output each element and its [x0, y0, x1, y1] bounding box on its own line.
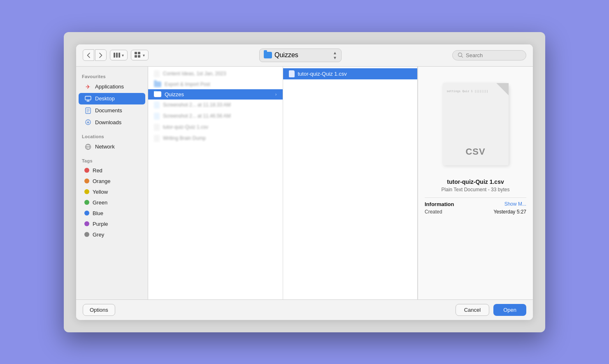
- documents-icon: [84, 107, 92, 114]
- yellow-label: Yellow: [93, 189, 108, 195]
- sidebar-item-orange[interactable]: Orange: [79, 176, 145, 186]
- location-pill[interactable]: Quizzes ▲ ▼: [259, 49, 342, 62]
- nav-buttons: [83, 49, 107, 61]
- svg-rect-2: [119, 53, 120, 58]
- preview-filename: tutor-quiz-Quiz 1.csv: [447, 179, 504, 185]
- back-button[interactable]: [83, 49, 94, 61]
- downloads-label: Downloads: [95, 119, 121, 125]
- grid-view-button[interactable]: ▾: [131, 50, 149, 60]
- open-button[interactable]: Open: [493, 304, 526, 316]
- sidebar-item-green[interactable]: Green: [79, 197, 145, 208]
- sidebar-item-network[interactable]: Network: [79, 141, 145, 153]
- search-bar[interactable]: [452, 50, 526, 60]
- orange-label: Orange: [93, 178, 110, 184]
- applications-label: Applications: [95, 83, 124, 90]
- svg-rect-0: [114, 53, 115, 58]
- corner-fold: [496, 83, 509, 95]
- folder-icon: [154, 81, 161, 87]
- file-name: Screenshot 2... at 11.46.56 AM: [163, 113, 231, 119]
- red-dot: [84, 168, 89, 173]
- preview-type: Plain Text Document - 33 bytes: [442, 187, 510, 192]
- file-icon: [154, 102, 160, 109]
- cancel-button[interactable]: Cancel: [456, 304, 489, 316]
- purple-label: Purple: [93, 221, 108, 227]
- desktop-icon: [84, 95, 92, 102]
- network-icon: [84, 143, 92, 151]
- sidebar-item-yellow[interactable]: Yellow: [79, 187, 145, 197]
- preview-icon-wrapper: settings Quiz 1 |||||||| CSV: [435, 75, 517, 174]
- file-name: Export & Import Post: [165, 81, 210, 87]
- column-view-button[interactable]: ▾: [110, 50, 128, 60]
- csv-file-icon: [289, 70, 295, 77]
- red-label: Red: [93, 167, 102, 174]
- csv-preview-icon: settings Quiz 1 |||||||| CSV: [443, 83, 509, 165]
- sidebar-item-downloads[interactable]: Downloads: [79, 117, 145, 128]
- created-value: Yesterday 5:27: [493, 209, 526, 215]
- sidebar-item-red[interactable]: Red: [79, 165, 145, 176]
- list-item[interactable]: Screenshot 2... at 11.46.56 AM: [148, 111, 283, 122]
- location-text: Quizzes: [274, 51, 298, 59]
- svg-rect-1: [116, 53, 118, 58]
- list-item-csv[interactable]: tutor-quiz-Quiz 1.csv: [283, 68, 418, 79]
- sidebar-item-applications[interactable]: ✈ Applications: [79, 81, 145, 93]
- documents-label: Documents: [95, 107, 122, 114]
- favourites-label: Favourites: [76, 72, 148, 81]
- list-item[interactable]: Content Ideas, 1st Jan, 2023: [148, 68, 283, 79]
- blue-label: Blue: [93, 210, 103, 216]
- created-label: Created: [425, 209, 442, 215]
- location-bar: Quizzes ▲ ▼: [152, 49, 449, 62]
- forward-button[interactable]: [95, 49, 107, 61]
- options-button[interactable]: Options: [83, 304, 115, 316]
- file-icon: [154, 124, 160, 131]
- downloads-icon: [84, 119, 92, 126]
- location-pill-inner: Quizzes: [264, 51, 298, 59]
- list-item[interactable]: tutor-quiz-Quiz 1.csv: [148, 122, 283, 133]
- grid-view-chevron: ▾: [143, 53, 145, 58]
- finder-window: ▾ ▾ Quizzes ▲: [76, 44, 533, 320]
- file-name: Screenshot 2... at 11.18.33 AM: [163, 102, 231, 108]
- file-name: tutor-quiz-Quiz 1.csv: [163, 124, 208, 130]
- list-item-quizzes[interactable]: Quizzes ›: [148, 89, 283, 100]
- file-icon: [154, 113, 160, 120]
- applications-icon: ✈: [84, 83, 92, 90]
- grey-dot: [84, 232, 89, 237]
- yellow-dot: [84, 189, 89, 194]
- file-icon: [154, 135, 160, 142]
- search-icon: [458, 52, 463, 58]
- search-input[interactable]: [466, 52, 519, 58]
- show-more-button[interactable]: Show M...: [504, 201, 526, 207]
- file-column-1: Content Ideas, 1st Jan, 2023 Export & Im…: [148, 67, 283, 299]
- info-section-title: Information: [425, 201, 454, 207]
- column-view-chevron: ▾: [122, 53, 124, 58]
- tags-label: Tags: [76, 156, 148, 165]
- grey-label: Grey: [93, 232, 104, 238]
- svg-rect-5: [135, 55, 137, 58]
- svg-rect-3: [135, 52, 137, 54]
- sidebar-item-desktop[interactable]: Desktop: [79, 93, 145, 104]
- file-name: Content Ideas, 1st Jan, 2023: [163, 71, 226, 77]
- file-icon: [154, 70, 160, 77]
- chevron-right-icon: ›: [275, 92, 277, 97]
- sidebar-item-documents[interactable]: Documents: [79, 105, 145, 116]
- folder-icon: [154, 91, 161, 97]
- bottom-actions: Cancel Open: [456, 304, 526, 316]
- list-item[interactable]: Screenshot 2... at 11.18.33 AM: [148, 100, 283, 111]
- sidebar: Favourites ✈ Applications Desktop Docume…: [76, 67, 148, 299]
- bottom-bar: Options Cancel Open: [76, 299, 533, 320]
- file-name: Quizzes: [165, 91, 184, 97]
- toolbar: ▾ ▾ Quizzes ▲: [76, 44, 533, 67]
- sidebar-item-purple[interactable]: Purple: [79, 219, 145, 229]
- green-label: Green: [93, 199, 107, 206]
- list-item[interactable]: Export & Import Post: [148, 79, 283, 89]
- preview-created-row: Created Yesterday 5:27: [425, 209, 526, 215]
- sidebar-item-blue[interactable]: Blue: [79, 208, 145, 218]
- file-name: Writing Brain Dump: [163, 135, 206, 141]
- list-item[interactable]: Writing Brain Dump: [148, 133, 283, 144]
- network-label: Network: [95, 144, 115, 150]
- location-arrows: ▲ ▼: [333, 51, 337, 60]
- file-area: Content Ideas, 1st Jan, 2023 Export & Im…: [148, 67, 533, 299]
- sidebar-item-grey[interactable]: Grey: [79, 230, 145, 240]
- locations-label: Locations: [76, 132, 148, 141]
- window-shadow: ▾ ▾ Quizzes ▲: [64, 32, 545, 332]
- green-dot: [84, 200, 89, 205]
